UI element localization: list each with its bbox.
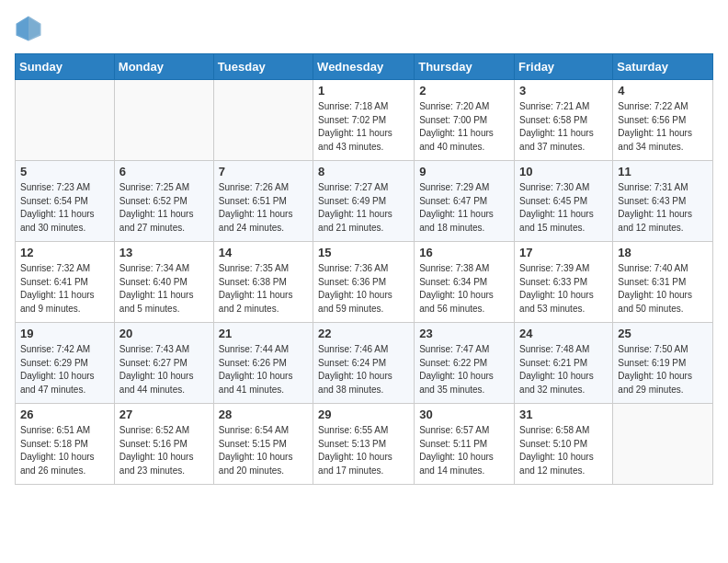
day-number: 25 bbox=[618, 327, 708, 340]
day-info: Sunrise: 6:57 AMSunset: 5:11 PMDaylight:… bbox=[419, 424, 509, 477]
day-info: Sunrise: 6:52 AMSunset: 5:16 PMDaylight:… bbox=[119, 424, 209, 477]
day-info: Sunrise: 7:36 AMSunset: 6:36 PMDaylight:… bbox=[318, 262, 409, 316]
day-number: 11 bbox=[618, 165, 708, 178]
calendar-cell: 15Sunrise: 7:36 AMSunset: 6:36 PMDayligh… bbox=[313, 242, 415, 323]
calendar-cell: 2Sunrise: 7:20 AMSunset: 7:00 PMDaylight… bbox=[415, 80, 515, 161]
calendar-cell: 20Sunrise: 7:43 AMSunset: 6:27 PMDayligh… bbox=[114, 323, 213, 404]
calendar-header-row: SundayMondayTuesdayWednesdayThursdayFrid… bbox=[16, 54, 713, 80]
day-number: 22 bbox=[318, 327, 409, 340]
calendar-cell: 3Sunrise: 7:21 AMSunset: 6:58 PMDaylight… bbox=[515, 80, 613, 161]
day-number: 6 bbox=[119, 165, 209, 178]
day-number: 9 bbox=[419, 165, 509, 178]
day-number: 8 bbox=[318, 165, 409, 178]
calendar-cell: 24Sunrise: 7:48 AMSunset: 6:21 PMDayligh… bbox=[515, 323, 613, 404]
day-number: 16 bbox=[419, 246, 509, 259]
day-info: Sunrise: 6:58 AMSunset: 5:10 PMDaylight:… bbox=[519, 424, 608, 477]
day-info: Sunrise: 7:23 AMSunset: 6:54 PMDaylight:… bbox=[20, 181, 109, 235]
day-number: 7 bbox=[219, 165, 308, 178]
day-header-friday: Friday bbox=[515, 54, 613, 80]
day-number: 31 bbox=[519, 408, 608, 421]
day-number: 14 bbox=[219, 246, 308, 259]
calendar-cell: 23Sunrise: 7:47 AMSunset: 6:22 PMDayligh… bbox=[415, 323, 515, 404]
day-number: 4 bbox=[618, 84, 708, 98]
calendar-cell: 14Sunrise: 7:35 AMSunset: 6:38 PMDayligh… bbox=[213, 242, 313, 323]
day-info: Sunrise: 6:55 AMSunset: 5:13 PMDaylight:… bbox=[318, 424, 409, 477]
day-number: 1 bbox=[318, 84, 409, 98]
calendar-cell: 18Sunrise: 7:40 AMSunset: 6:31 PMDayligh… bbox=[613, 242, 713, 323]
day-info: Sunrise: 7:26 AMSunset: 6:51 PMDaylight:… bbox=[219, 181, 308, 235]
day-number: 18 bbox=[618, 246, 708, 259]
day-header-monday: Monday bbox=[114, 54, 213, 80]
day-number: 12 bbox=[20, 246, 109, 259]
calendar-cell: 12Sunrise: 7:32 AMSunset: 6:41 PMDayligh… bbox=[16, 242, 115, 323]
day-number: 13 bbox=[119, 246, 209, 259]
calendar-cell: 28Sunrise: 6:54 AMSunset: 5:15 PMDayligh… bbox=[213, 404, 313, 485]
calendar-cell: 22Sunrise: 7:46 AMSunset: 6:24 PMDayligh… bbox=[313, 323, 415, 404]
calendar-cell bbox=[114, 80, 213, 161]
calendar-cell: 17Sunrise: 7:39 AMSunset: 6:33 PMDayligh… bbox=[515, 242, 613, 323]
day-number: 26 bbox=[20, 408, 109, 421]
page-header bbox=[15, 15, 713, 42]
day-info: Sunrise: 7:38 AMSunset: 6:34 PMDaylight:… bbox=[419, 262, 509, 316]
calendar-week-row: 26Sunrise: 6:51 AMSunset: 5:18 PMDayligh… bbox=[16, 404, 713, 485]
day-info: Sunrise: 7:32 AMSunset: 6:41 PMDaylight:… bbox=[20, 262, 109, 316]
calendar-cell: 4Sunrise: 7:22 AMSunset: 6:56 PMDaylight… bbox=[613, 80, 713, 161]
day-number: 27 bbox=[119, 408, 209, 421]
day-info: Sunrise: 7:43 AMSunset: 6:27 PMDaylight:… bbox=[119, 343, 209, 396]
calendar-cell bbox=[213, 80, 313, 161]
day-number: 15 bbox=[318, 246, 409, 259]
day-info: Sunrise: 7:50 AMSunset: 6:19 PMDaylight:… bbox=[618, 343, 708, 396]
calendar-cell: 6Sunrise: 7:25 AMSunset: 6:52 PMDaylight… bbox=[114, 161, 213, 242]
day-info: Sunrise: 7:25 AMSunset: 6:52 PMDaylight:… bbox=[119, 181, 209, 235]
day-header-thursday: Thursday bbox=[415, 54, 515, 80]
calendar-cell: 1Sunrise: 7:18 AMSunset: 7:02 PMDaylight… bbox=[313, 80, 415, 161]
day-info: Sunrise: 7:39 AMSunset: 6:33 PMDaylight:… bbox=[519, 262, 608, 316]
day-info: Sunrise: 7:35 AMSunset: 6:38 PMDaylight:… bbox=[219, 262, 308, 316]
calendar-cell: 13Sunrise: 7:34 AMSunset: 6:40 PMDayligh… bbox=[114, 242, 213, 323]
day-info: Sunrise: 7:27 AMSunset: 6:49 PMDaylight:… bbox=[318, 181, 409, 235]
day-number: 29 bbox=[318, 408, 409, 421]
calendar-cell: 11Sunrise: 7:31 AMSunset: 6:43 PMDayligh… bbox=[613, 161, 713, 242]
svg-marker-1 bbox=[28, 17, 41, 41]
calendar-week-row: 5Sunrise: 7:23 AMSunset: 6:54 PMDaylight… bbox=[16, 161, 713, 242]
day-header-saturday: Saturday bbox=[613, 54, 713, 80]
day-info: Sunrise: 7:20 AMSunset: 7:00 PMDaylight:… bbox=[419, 100, 509, 154]
day-info: Sunrise: 7:42 AMSunset: 6:29 PMDaylight:… bbox=[20, 343, 109, 396]
day-info: Sunrise: 7:47 AMSunset: 6:22 PMDaylight:… bbox=[419, 343, 509, 396]
logo-icon bbox=[15, 15, 42, 42]
calendar-cell: 16Sunrise: 7:38 AMSunset: 6:34 PMDayligh… bbox=[415, 242, 515, 323]
day-number: 21 bbox=[219, 327, 308, 340]
day-number: 5 bbox=[20, 165, 109, 178]
day-info: Sunrise: 7:44 AMSunset: 6:26 PMDaylight:… bbox=[219, 343, 308, 396]
day-info: Sunrise: 7:34 AMSunset: 6:40 PMDaylight:… bbox=[119, 262, 209, 316]
day-info: Sunrise: 7:31 AMSunset: 6:43 PMDaylight:… bbox=[618, 181, 708, 235]
calendar-week-row: 12Sunrise: 7:32 AMSunset: 6:41 PMDayligh… bbox=[16, 242, 713, 323]
calendar-cell bbox=[613, 404, 713, 485]
calendar-cell: 9Sunrise: 7:29 AMSunset: 6:47 PMDaylight… bbox=[415, 161, 515, 242]
day-number: 20 bbox=[119, 327, 209, 340]
calendar-table: SundayMondayTuesdayWednesdayThursdayFrid… bbox=[15, 53, 713, 485]
day-header-tuesday: Tuesday bbox=[213, 54, 313, 80]
day-number: 3 bbox=[519, 84, 608, 98]
day-number: 30 bbox=[419, 408, 509, 421]
day-number: 28 bbox=[219, 408, 308, 421]
calendar-week-row: 1Sunrise: 7:18 AMSunset: 7:02 PMDaylight… bbox=[16, 80, 713, 161]
calendar-cell: 19Sunrise: 7:42 AMSunset: 6:29 PMDayligh… bbox=[16, 323, 115, 404]
day-number: 19 bbox=[20, 327, 109, 340]
calendar-cell: 26Sunrise: 6:51 AMSunset: 5:18 PMDayligh… bbox=[16, 404, 115, 485]
calendar-cell: 25Sunrise: 7:50 AMSunset: 6:19 PMDayligh… bbox=[613, 323, 713, 404]
day-number: 2 bbox=[419, 84, 509, 98]
calendar-cell: 10Sunrise: 7:30 AMSunset: 6:45 PMDayligh… bbox=[515, 161, 613, 242]
calendar-cell: 7Sunrise: 7:26 AMSunset: 6:51 PMDaylight… bbox=[213, 161, 313, 242]
day-header-wednesday: Wednesday bbox=[313, 54, 415, 80]
svg-marker-2 bbox=[17, 17, 29, 41]
day-number: 17 bbox=[519, 246, 608, 259]
day-info: Sunrise: 7:30 AMSunset: 6:45 PMDaylight:… bbox=[519, 181, 608, 235]
day-header-sunday: Sunday bbox=[16, 54, 115, 80]
logo bbox=[15, 15, 46, 42]
calendar-cell bbox=[16, 80, 115, 161]
day-number: 24 bbox=[519, 327, 608, 340]
calendar-cell: 31Sunrise: 6:58 AMSunset: 5:10 PMDayligh… bbox=[515, 404, 613, 485]
day-number: 10 bbox=[519, 165, 608, 178]
day-info: Sunrise: 7:46 AMSunset: 6:24 PMDaylight:… bbox=[318, 343, 409, 396]
